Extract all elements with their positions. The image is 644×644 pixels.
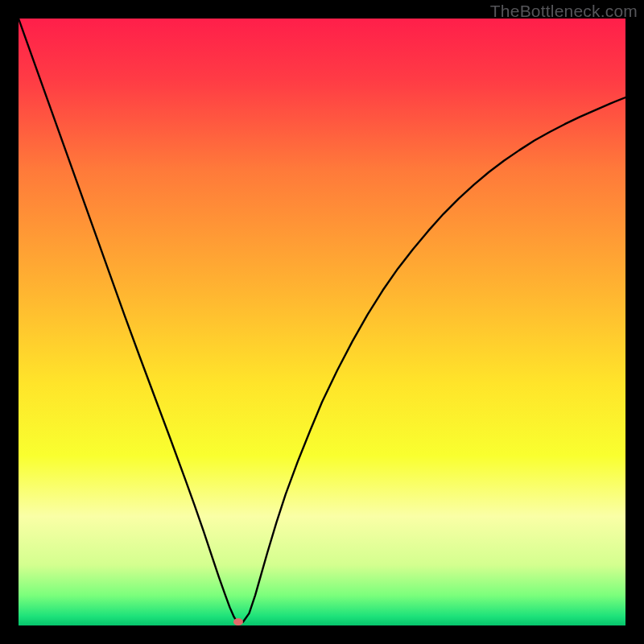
chart-frame [19,19,625,625]
bottleneck-chart [19,19,625,625]
optimum-marker [233,618,243,625]
chart-background [19,19,625,625]
